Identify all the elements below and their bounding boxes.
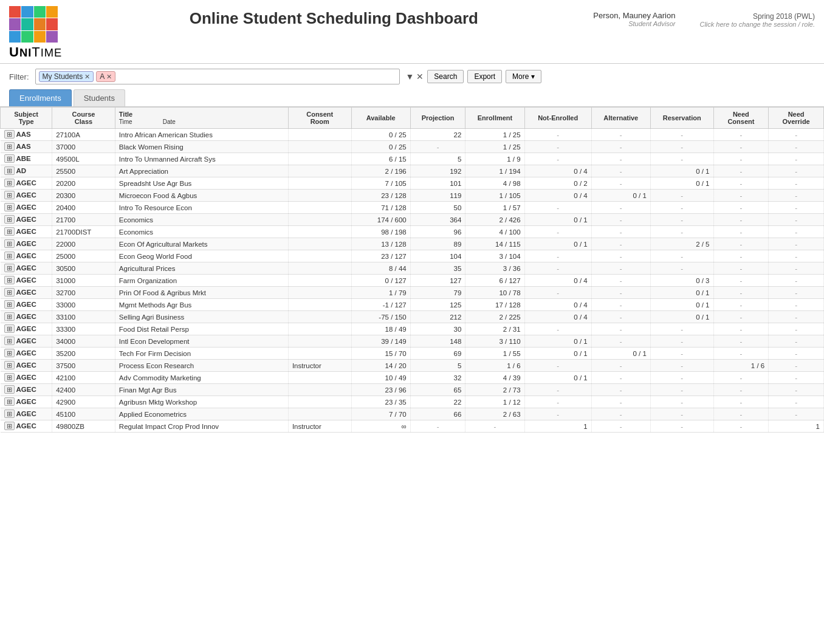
logo-text: UNITIME [9,44,62,60]
session-link[interactable]: Click here to change the session / role. [699,21,815,28]
cell-consent [288,384,351,396]
cell-need-consent: - [713,323,769,335]
col-consent-room: ConsentRoom [288,108,351,129]
cell-not-enrolled: 0 / 4 [524,311,591,323]
cell-reservation: - [650,202,713,214]
expand-btn[interactable]: ⊞ [4,409,15,418]
cell-need-override: 1 [769,420,824,433]
expand-btn[interactable]: ⊞ [4,252,15,260]
filter-tag-mystudents-remove[interactable]: ✕ [84,73,90,81]
table-row: ⊞AAS27100AIntro African American Studies… [1,129,824,141]
filter-input-area[interactable]: My Students ✕ A ✕ [35,69,400,84]
cell-need-consent: - [713,141,769,153]
expand-btn[interactable]: ⊞ [4,191,15,199]
cell-enrollment: 1 / 25 [465,141,524,153]
table-row: ⊞AGEC45100Applied Econometrics7 / 70662 … [1,408,824,420]
cell-reservation: - [650,226,713,238]
expand-btn[interactable]: ⊞ [4,179,15,187]
expand-btn[interactable]: ⊞ [4,203,15,211]
expand-btn[interactable]: ⊞ [4,215,15,224]
cell-consent: Instructor [288,360,351,372]
cell-title: Farm Organization [115,275,288,287]
cell-subject: ⊞AD [1,165,52,177]
cell-consent [288,323,351,335]
filter-dropdown-btn[interactable]: ▼ [406,72,414,81]
table-row: ⊞AGEC20200Spreadsht Use Agr Bus7 / 10510… [1,177,824,190]
cell-projection: 364 [410,214,465,226]
expand-btn[interactable]: ⊞ [4,264,15,272]
cell-title: Spreadsht Use Agr Bus [115,177,288,190]
filter-controls: ▼ ✕ [406,72,424,81]
cell-alternative: - [591,323,650,335]
cell-course: 32700 [52,287,115,299]
expand-btn[interactable]: ⊞ [4,239,15,248]
logo-grid [9,6,58,43]
cell-consent [288,275,351,287]
table-row: ⊞AGEC49800ZBRegulat Impact Crop Prod Inn… [1,420,824,433]
filter-clear-btn[interactable]: ✕ [416,72,424,81]
cell-reservation: - [650,335,713,348]
expand-btn[interactable]: ⊞ [4,130,15,139]
cell-enrollment: 3 / 36 [465,262,524,275]
expand-btn[interactable]: ⊞ [4,166,15,175]
expand-btn[interactable]: ⊞ [4,397,15,406]
cell-reservation: - [650,360,713,372]
expand-btn[interactable]: ⊞ [4,312,15,321]
cell-enrollment: 17 / 128 [465,299,524,311]
cell-course: 33100 [52,311,115,323]
cell-title: Intl Econ Development [115,335,288,348]
cell-not-enrolled: - [524,129,591,141]
filter-tag-a[interactable]: A ✕ [96,71,115,82]
expand-btn[interactable]: ⊞ [4,288,15,296]
expand-btn[interactable]: ⊞ [4,349,15,357]
search-button[interactable]: Search [427,70,464,83]
cell-course: 33000 [52,299,115,311]
expand-btn[interactable]: ⊞ [4,276,15,284]
cell-not-enrolled: 0 / 1 [524,238,591,250]
cell-projection: 35 [410,262,465,275]
cell-need-override: - [769,360,824,372]
tab-enrollments[interactable]: Enrollments [9,89,72,106]
cell-course: 21700DIST [52,226,115,238]
cell-reservation: - [650,420,713,433]
expand-btn[interactable]: ⊞ [4,300,15,309]
cell-projection: 125 [410,299,465,311]
cell-need-override: - [769,250,824,262]
filter-tag-mystudents[interactable]: My Students ✕ [39,71,94,82]
expand-btn[interactable]: ⊞ [4,154,15,163]
cell-projection: 65 [410,384,465,396]
cell-not-enrolled: - [524,262,591,275]
cell-subject: ⊞AGEC [1,250,52,262]
expand-btn[interactable]: ⊞ [4,385,15,394]
more-button[interactable]: More ▾ [506,70,541,83]
cell-title: Mgmt Methods Agr Bus [115,299,288,311]
expand-btn[interactable]: ⊞ [4,422,15,430]
cell-reservation: 2 / 5 [650,238,713,250]
export-button[interactable]: Export [467,70,502,83]
cell-need-consent: - [713,275,769,287]
expand-btn[interactable]: ⊞ [4,361,15,369]
expand-btn[interactable]: ⊞ [4,227,15,236]
cell-available: 174 / 600 [351,214,410,226]
table-row: ⊞AGEC35200Tech For Firm Decision15 / 706… [1,348,824,360]
cell-course: 49800ZB [52,420,115,433]
cell-course: 33300 [52,323,115,335]
cell-need-override: - [769,190,824,202]
filter-tag-a-remove[interactable]: ✕ [106,73,112,81]
cell-enrollment: - [465,420,524,433]
cell-alternative: - [591,153,650,165]
expand-btn[interactable]: ⊞ [4,324,15,333]
cell-reservation: 0 / 1 [650,311,713,323]
tab-students[interactable]: Students [74,89,125,106]
cell-course: 37500 [52,360,115,372]
cell-reservation: - [650,153,713,165]
cell-reservation: - [650,384,713,396]
cell-reservation: - [650,348,713,360]
expand-btn[interactable]: ⊞ [4,337,15,345]
cell-not-enrolled: - [524,250,591,262]
cell-subject: ⊞AGEC [1,372,52,384]
user-name: Person, Mauney Aarion [593,11,675,20]
expand-btn[interactable]: ⊞ [4,142,15,151]
expand-btn[interactable]: ⊞ [4,373,15,382]
cell-subject: ⊞AGEC [1,262,52,275]
